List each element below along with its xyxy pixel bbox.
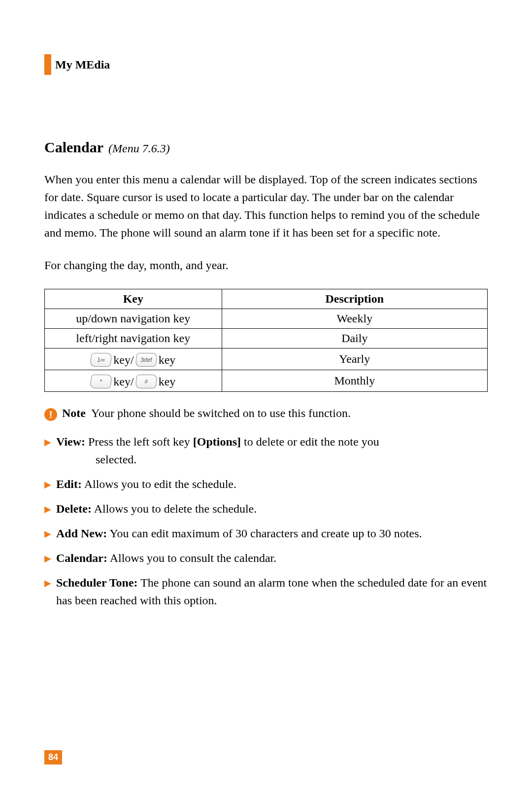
table-row: up/down navigation key Weekly [45, 309, 488, 329]
item-label: Edit: [56, 478, 82, 490]
triangle-bullet-icon: ▶ [44, 527, 51, 541]
header-accent-bar [44, 54, 51, 75]
note-text: Your phone should be switched on to use … [91, 407, 351, 419]
item-label: Add New: [56, 527, 107, 540]
heading: Calendar (Menu 7.6.3) [44, 139, 488, 156]
table-row: * key/ # key Monthly [45, 370, 488, 392]
page-content: My MEdia Calendar (Menu 7.6.3) When you … [0, 0, 532, 609]
list-item: ▶ Scheduler Tone: The phone can sound an… [44, 574, 488, 609]
intro-paragraph: When you enter this menu a calendar will… [44, 171, 488, 242]
note-content: Note Your phone should be switched on to… [62, 407, 351, 420]
table-header-row: Key Description [45, 289, 488, 309]
key-cell: * key/ # key [45, 370, 222, 392]
list-item: ▶ Add New: You can edit maximum of 30 ch… [44, 524, 488, 542]
item-text: You can edit maximum of 30 characters an… [107, 527, 422, 540]
key-cell: up/down navigation key [45, 309, 222, 329]
heading-subtitle: (Menu 7.6.3) [108, 142, 170, 155]
key-description-table: Key Description up/down navigation key W… [44, 289, 488, 392]
key-1-icon: 1∞ [90, 353, 112, 367]
key-text: key/ [113, 353, 133, 367]
key-text: key [159, 353, 176, 367]
item-text: Allows you to edit the schedule. [82, 478, 236, 490]
options-keyword: [Options] [193, 435, 241, 448]
list-item: ▶ Edit: Allows you to edit the schedule. [44, 475, 488, 493]
item-label: Delete: [56, 502, 92, 515]
triangle-bullet-icon: ▶ [44, 478, 51, 491]
heading-title: Calendar [44, 139, 103, 155]
item-text-continued: selected. [96, 451, 379, 468]
key-3-icon: 3def [135, 353, 157, 367]
change-paragraph: For changing the day, month, and year. [44, 256, 488, 274]
item-text: to delete or edit the note you [241, 435, 379, 448]
item-label: View: [56, 435, 85, 448]
item-text: Allows you to consult the calendar. [107, 552, 276, 564]
triangle-bullet-icon: ▶ [44, 552, 51, 565]
col-header-desc: Description [222, 289, 487, 309]
key-cell: 1∞ key/ 3def key [45, 348, 222, 370]
list-item: ▶ Calendar: Allows you to consult the ca… [44, 549, 488, 567]
desc-cell: Weekly [222, 309, 487, 329]
note-row: ! Note Your phone should be switched on … [44, 407, 488, 421]
section-header: My MEdia [44, 54, 488, 75]
table-row: 1∞ key/ 3def key Yearly [45, 348, 488, 370]
desc-cell: Daily [222, 329, 487, 348]
section-title: My MEdia [55, 58, 110, 71]
list-item: ▶ View: Press the left soft key [Options… [44, 433, 488, 468]
item-label: Scheduler Tone: [56, 576, 138, 589]
key-text: key/ [113, 375, 133, 388]
note-label: Note [62, 407, 86, 419]
item-text: Allows you to delete the schedule. [92, 502, 257, 515]
triangle-bullet-icon: ▶ [44, 503, 51, 516]
page-number: 84 [44, 750, 62, 764]
options-list: ▶ View: Press the left soft key [Options… [44, 433, 488, 609]
key-star-icon: * [90, 375, 112, 388]
desc-cell: Monthly [222, 370, 487, 392]
col-header-key: Key [45, 289, 222, 309]
key-cell: left/right navigation key [45, 329, 222, 348]
key-text: key [159, 375, 176, 388]
triangle-bullet-icon: ▶ [44, 577, 51, 590]
list-item: ▶ Delete: Allows you to delete the sched… [44, 500, 488, 518]
item-label: Calendar: [56, 552, 107, 564]
exclamation-icon: ! [44, 408, 57, 421]
item-text: Press the left soft key [85, 435, 193, 448]
desc-cell: Yearly [222, 348, 487, 370]
table-row: left/right navigation key Daily [45, 329, 488, 348]
triangle-bullet-icon: ▶ [44, 436, 51, 449]
key-hash-icon: # [135, 375, 157, 388]
